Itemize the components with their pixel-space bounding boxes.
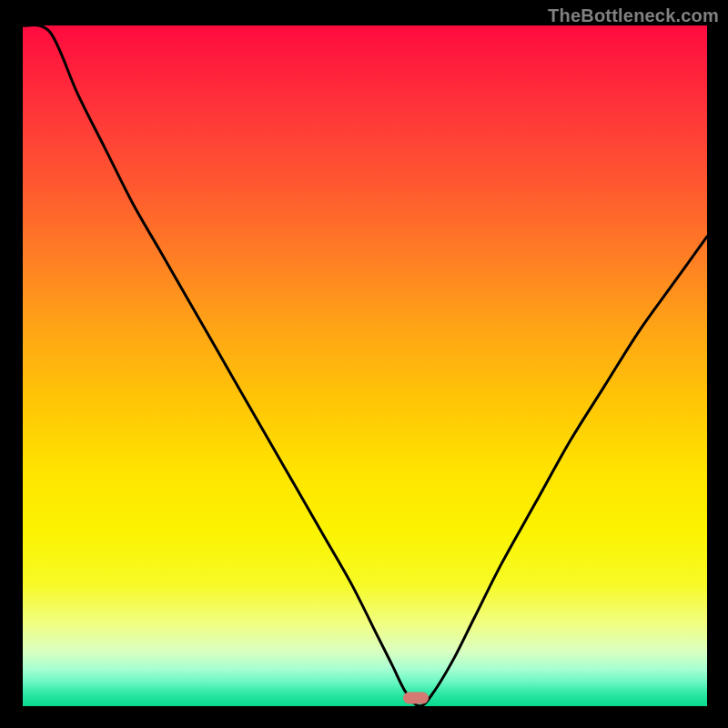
plot-area (23, 25, 707, 706)
watermark-text: TheBottleneck.com (548, 5, 719, 26)
optimal-point-marker (403, 693, 429, 704)
bottleneck-curve (23, 25, 707, 706)
chart-frame: TheBottleneck.com (0, 0, 728, 728)
